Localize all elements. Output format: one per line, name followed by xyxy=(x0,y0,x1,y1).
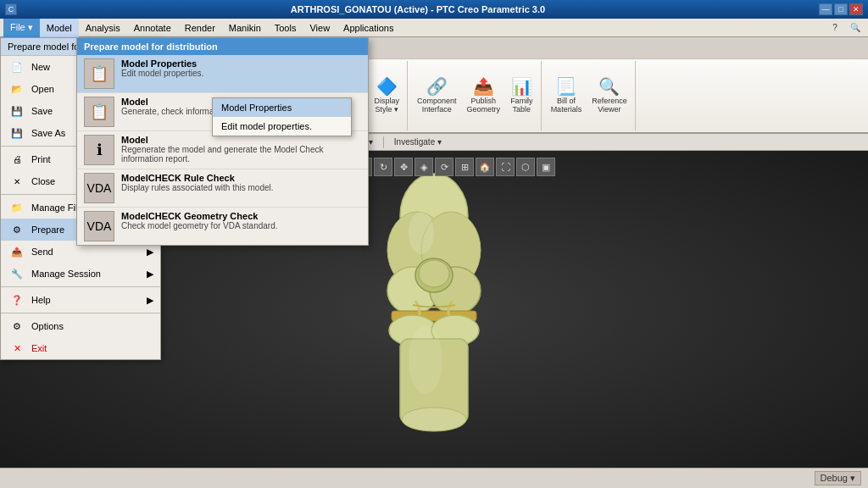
investigate-item[interactable]: Investigate ▾ xyxy=(391,136,445,147)
menu-render[interactable]: Render xyxy=(178,19,222,37)
prepare-submenu: Prepare model for distribution 📋 Model P… xyxy=(76,37,369,246)
fullscreen-btn[interactable]: ⛶ xyxy=(496,158,515,176)
manage-session-arrow: ▶ xyxy=(147,269,153,280)
file-help[interactable]: ❓ Help ▶ xyxy=(1,289,160,311)
model-check-icon: 📋 xyxy=(84,97,114,127)
bottom-bar: Debug ▾ xyxy=(0,468,868,488)
file-options[interactable]: ⚙ Options xyxy=(1,315,160,337)
divider4 xyxy=(1,313,160,313)
rotate-cw-btn[interactable]: ↻ xyxy=(374,158,392,176)
app-icon: C xyxy=(5,3,17,15)
divider3 xyxy=(1,286,160,287)
title-bar: C ARTHROSI_GONATOU (Active) - PTC Creo P… xyxy=(0,0,868,19)
bill-of-materials-btn[interactable]: 📃 Bill ofMaterials xyxy=(547,75,587,116)
file-menu[interactable]: File ▾ xyxy=(3,19,40,37)
help-icon: ❓ xyxy=(8,291,26,309)
menu-manikin[interactable]: Manikin xyxy=(222,19,268,37)
ribbon-group-bill: 📃 Bill ofMaterials 🔍 ReferenceViewer xyxy=(543,61,636,130)
new-icon: 📄 xyxy=(8,58,26,76)
grid-btn[interactable]: ⊞ xyxy=(455,158,474,176)
submenu-modelcheck-geom[interactable]: VDA ModelCHECK Geometry Check Check mode… xyxy=(77,208,368,245)
model-regen-icon: ℹ xyxy=(84,135,114,165)
reference-viewer-btn[interactable]: 🔍 ReferenceViewer xyxy=(587,75,632,116)
family-table-icon: 📊 xyxy=(511,78,532,95)
search-btn[interactable]: 🔍 xyxy=(846,19,865,37)
svg-point-11 xyxy=(402,408,466,431)
component-interface-btn[interactable]: 🔗 ComponentInterface xyxy=(413,75,461,116)
send-arrow: ▶ xyxy=(147,247,153,258)
help-search-btn[interactable]: ? xyxy=(826,19,844,37)
menu-tools[interactable]: Tools xyxy=(268,19,303,37)
file-exit[interactable]: ✕ Exit xyxy=(1,337,160,359)
publish-geometry-icon: 📤 xyxy=(473,78,494,95)
display-style-icon: 🔷 xyxy=(376,78,398,95)
maximize-button[interactable]: □ xyxy=(834,3,848,15)
close-icon: ✕ xyxy=(8,172,26,191)
wire-btn[interactable]: ⬡ xyxy=(516,158,535,176)
ctx-model-properties[interactable]: Model Properties xyxy=(213,98,351,117)
save-icon: 💾 xyxy=(8,102,26,120)
reference-viewer-icon: 🔍 xyxy=(598,78,620,95)
family-table-btn[interactable]: 📊 FamilyTable xyxy=(506,75,537,116)
debug-btn[interactable]: Debug ▾ xyxy=(815,471,861,485)
solid-btn[interactable]: ▣ xyxy=(537,158,555,176)
minimize-button[interactable]: — xyxy=(819,3,832,15)
reset-btn[interactable]: ⟳ xyxy=(435,158,453,176)
ctx-submenu: Model Properties Edit model properties. xyxy=(212,97,352,136)
submenu-model-properties[interactable]: 📋 Model Properties Edit model properties… xyxy=(77,55,368,93)
display-style-btn[interactable]: 🔷 DisplayStyle ▾ xyxy=(370,75,404,116)
window-controls[interactable]: — □ ✕ xyxy=(819,3,863,15)
options-icon: ⚙ xyxy=(8,317,26,336)
bill-of-materials-icon: 📃 xyxy=(555,78,576,95)
modelcheck-rule-icon: VDA xyxy=(84,173,114,203)
menu-analysis[interactable]: Analysis xyxy=(79,19,127,37)
view3d-btn[interactable]: ◈ xyxy=(415,158,433,176)
svg-point-13 xyxy=(409,326,442,394)
svg-point-6 xyxy=(419,260,449,287)
sub-sep4 xyxy=(383,136,384,148)
home-btn[interactable]: 🏠 xyxy=(476,158,494,176)
exit-icon: ✕ xyxy=(8,339,26,358)
pan-btn[interactable]: ✥ xyxy=(394,158,413,176)
menu-applications[interactable]: Applications xyxy=(337,19,400,37)
open-icon: 📂 xyxy=(8,80,26,98)
component-interface-icon: 🔗 xyxy=(426,78,448,95)
print-icon: 🖨 xyxy=(8,150,26,169)
menu-annotate[interactable]: Annotate xyxy=(127,19,178,37)
help-arrow: ▶ xyxy=(147,295,153,306)
submenu-model-regen[interactable]: ℹ Model Regenerate the model and generat… xyxy=(77,131,368,169)
model-properties-icon: 📋 xyxy=(84,58,114,89)
menu-model[interactable]: Model xyxy=(40,19,79,37)
submenu-header: Prepare model for distribution xyxy=(77,38,368,55)
close-button[interactable]: ✕ xyxy=(849,3,863,15)
modelcheck-geom-icon: VDA xyxy=(84,211,114,241)
publish-geometry-btn[interactable]: 📤 PublishGeometry xyxy=(463,75,505,116)
window-title: ARTHROSI_GONATOU (Active) - PTC Creo Par… xyxy=(17,4,819,14)
ctx-edit-model-properties[interactable]: Edit model properties. xyxy=(213,117,351,136)
svg-point-12 xyxy=(409,212,434,254)
menu-bar: File ▾ Model Analysis Annotate Render Ma… xyxy=(0,19,868,37)
ribbon-group-component: 🔗 ComponentInterface 📤 PublishGeometry 📊… xyxy=(409,61,542,130)
ribbon-group-display-style: 🔷 DisplayStyle ▾ xyxy=(367,61,409,130)
menu-view[interactable]: View xyxy=(303,19,337,37)
submenu-modelcheck-rule[interactable]: VDA ModelCHECK Rule Check Display rules … xyxy=(77,169,368,208)
save-as-icon: 💾 xyxy=(8,124,26,142)
file-manage-session[interactable]: 🔧 Manage Session ▶ xyxy=(1,263,160,285)
manage-file-icon: 📁 xyxy=(8,198,26,217)
manage-session-icon: 🔧 xyxy=(8,264,26,283)
prepare-icon: ⚙ xyxy=(8,220,26,239)
send-icon: 📤 xyxy=(8,242,26,261)
